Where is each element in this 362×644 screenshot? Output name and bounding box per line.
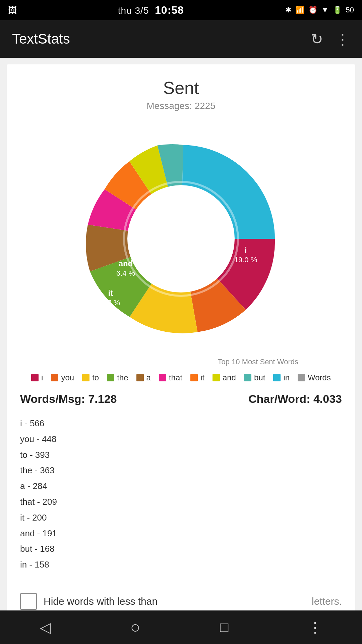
legend-label-you: you xyxy=(61,373,74,382)
label-and-pct: 6.4 % xyxy=(116,269,135,277)
bottom-nav: ◁ ○ □ ⋮ xyxy=(0,610,362,644)
legend-item-i: i xyxy=(31,373,43,382)
char-per-word: Char/Word: 4.033 xyxy=(248,392,342,406)
battery-level: 50 xyxy=(346,6,354,14)
back-button[interactable]: ◁ xyxy=(40,619,51,636)
label-it-pct: 6.7 % xyxy=(101,299,120,307)
list-item: and - 191 xyxy=(20,526,342,541)
main-content: Sent Messages: 2225 xyxy=(7,64,355,630)
legend-color-i xyxy=(31,374,39,381)
label-that-pct: 7.0 % xyxy=(102,334,121,342)
legend-color-the xyxy=(107,374,114,381)
more-options-button[interactable]: ⋮ xyxy=(335,31,350,48)
menu-button[interactable]: ⋮ xyxy=(308,619,322,636)
legend-item-but: but xyxy=(244,373,265,382)
legend-label-and: and xyxy=(223,373,236,382)
label-and: and xyxy=(119,259,133,268)
legend-color-a xyxy=(136,374,144,381)
alarm-icon: ⏰ xyxy=(308,6,317,14)
app-title: TextStats xyxy=(12,31,70,47)
hide-words-checkbox[interactable] xyxy=(20,593,37,610)
legend-label-in: in xyxy=(283,373,290,382)
legend-color-in xyxy=(273,374,281,381)
status-bar: 🖼 thu 3/5 10:58 ✱ 📶 ⏰ ▼ 🔋 50 xyxy=(0,0,362,20)
recents-button[interactable]: □ xyxy=(220,619,228,635)
legend: iyoutotheathatitandbutinWords xyxy=(17,373,345,382)
legend-item-to: to xyxy=(82,373,99,382)
hide-words-label: Hide words with less than xyxy=(44,596,305,607)
legend-label-Words: Words xyxy=(308,373,331,382)
list-item: but - 168 xyxy=(20,541,342,557)
legend-item-you: you xyxy=(51,373,74,382)
legend-item-and: and xyxy=(213,373,236,382)
legend-item-that: that xyxy=(159,373,182,382)
legend-item-a: a xyxy=(136,373,151,382)
word-list: i - 566you - 448to - 393the - 363a - 284… xyxy=(17,412,345,579)
legend-color-Words xyxy=(298,374,305,381)
chart-annotation: Top 10 Most Sent Words xyxy=(218,358,299,366)
list-item: you - 448 xyxy=(20,431,342,447)
list-item: that - 209 xyxy=(20,494,342,510)
donut-hole xyxy=(127,185,235,292)
wifi-icon: ▼ xyxy=(321,6,329,14)
label-but: but xyxy=(145,238,158,247)
list-item: a - 284 xyxy=(20,478,342,494)
words-per-msg: Words/Msg: 7.128 xyxy=(20,392,117,406)
label-i-pct: 19.0 % xyxy=(234,256,257,264)
legend-color-to xyxy=(82,374,89,381)
legend-label-that: that xyxy=(169,373,182,382)
status-time: thu 3/5 10:58 xyxy=(118,4,184,16)
legend-label-to: to xyxy=(92,373,99,382)
legend-label-the: the xyxy=(117,373,128,382)
label-in-pct: 5.3 % xyxy=(182,238,200,247)
list-item: to - 393 xyxy=(20,447,342,463)
label-that: that xyxy=(104,324,119,333)
legend-item-the: the xyxy=(107,373,128,382)
chart-title: Sent xyxy=(17,78,345,98)
label-it: it xyxy=(108,288,113,298)
chart-svg: i 19.0 % you 15.0 % to 13.2 % the 12.2 %… xyxy=(64,121,298,356)
legend-item-Words: Words xyxy=(298,373,331,382)
label-i: i xyxy=(245,246,247,255)
list-item: it - 200 xyxy=(20,510,342,526)
list-item: the - 363 xyxy=(20,463,342,478)
label-you: you xyxy=(271,319,286,328)
legend-color-that xyxy=(159,374,166,381)
legend-item-in: in xyxy=(273,373,290,382)
legend-item-it: it xyxy=(190,373,204,382)
chart-subtitle: Messages: 2225 xyxy=(17,101,345,111)
list-item: i - 566 xyxy=(20,416,342,431)
gallery-icon: 🖼 xyxy=(8,5,17,15)
list-item: in - 158 xyxy=(20,557,342,573)
donut-chart: i 19.0 % you 15.0 % to 13.2 % the 12.2 %… xyxy=(64,121,298,356)
battery-icon: 🔋 xyxy=(333,6,342,14)
legend-color-you xyxy=(51,374,58,381)
app-bar-actions: ↻ ⋮ xyxy=(311,31,350,48)
app-bar: TextStats ↻ ⋮ xyxy=(0,20,362,58)
hide-words-suffix: letters. xyxy=(312,596,342,607)
signal-icon: 📶 xyxy=(295,6,304,14)
chart-header: Sent Messages: 2225 xyxy=(17,78,345,111)
legend-label-i: i xyxy=(41,373,43,382)
label-in: in xyxy=(187,228,194,237)
label-but-pct: 5.6 % xyxy=(142,248,161,257)
legend-label-but: but xyxy=(254,373,265,382)
legend-label-it: it xyxy=(200,373,204,382)
legend-color-but xyxy=(244,374,251,381)
home-button[interactable]: ○ xyxy=(130,618,140,637)
legend-color-it xyxy=(190,374,198,381)
refresh-button[interactable]: ↻ xyxy=(311,31,323,48)
legend-label-a: a xyxy=(146,373,151,382)
stats-row: Words/Msg: 7.128 Char/Word: 4.033 xyxy=(17,392,345,406)
label-you-pct: 15.0 % xyxy=(267,329,290,337)
legend-color-and xyxy=(213,374,220,381)
bluetooth-icon: ✱ xyxy=(285,6,291,14)
